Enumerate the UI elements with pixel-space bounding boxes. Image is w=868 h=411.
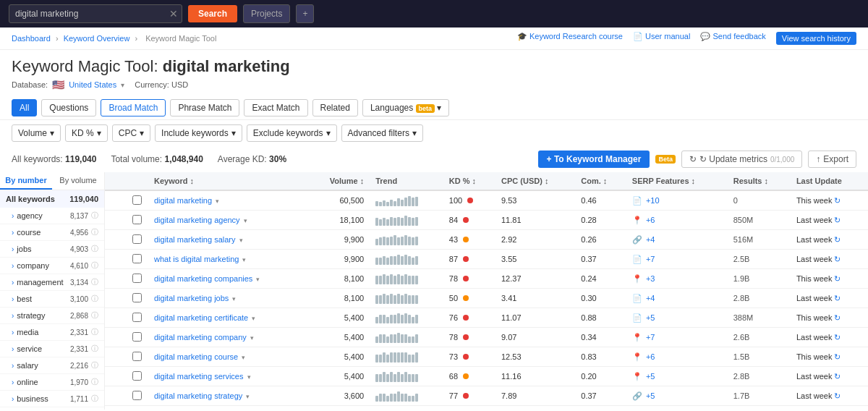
sidebar-item[interactable]: ›salary2,216ⓘ <box>0 357 104 374</box>
view-search-history-button[interactable]: View search history <box>776 32 856 45</box>
keyword-research-link[interactable]: 🎓 Keyword Research course <box>517 32 623 45</box>
col-volume[interactable]: Volume ↕ <box>307 172 370 190</box>
row-refresh-icon[interactable]: ↻ <box>834 255 841 263</box>
col-last-update: Last Update <box>791 172 868 190</box>
sidebar-item[interactable]: ›course4,956ⓘ <box>0 224 104 241</box>
row-refresh-icon[interactable]: ↻ <box>834 274 841 283</box>
keyword-dropdown-icon[interactable]: ▾ <box>256 276 260 283</box>
keyword-link[interactable]: digital marketing company <box>154 333 247 342</box>
country-selector[interactable]: United States <box>69 80 116 89</box>
keyword-link[interactable]: digital marketing strategy <box>154 391 242 400</box>
row-checkbox[interactable] <box>132 313 142 322</box>
keyword-link[interactable]: digital marketing agency <box>154 216 240 224</box>
tab-all[interactable]: All <box>12 99 37 116</box>
row-checkbox[interactable] <box>132 274 142 283</box>
clear-search-button[interactable]: ✕ <box>169 8 178 20</box>
projects-button[interactable]: Projects <box>243 4 290 23</box>
keyword-dropdown-icon[interactable]: ▾ <box>242 354 245 361</box>
sidebar-item[interactable]: ›management3,134ⓘ <box>0 274 104 291</box>
tab-by-number[interactable]: By number <box>0 172 52 190</box>
row-refresh-icon[interactable]: ↻ <box>834 294 841 302</box>
sidebar-item[interactable]: ›agency8,137ⓘ <box>0 208 104 224</box>
user-manual-link[interactable]: 📄 User manual <box>633 32 690 45</box>
keyword-link[interactable]: digital marketing course <box>154 352 238 361</box>
row-refresh-icon[interactable]: ↻ <box>834 372 841 381</box>
row-refresh-icon[interactable]: ↻ <box>834 313 841 322</box>
row-checkbox[interactable] <box>132 215 142 224</box>
send-feedback-link[interactable]: 💬 Send feedback <box>700 32 765 45</box>
keyword-dropdown-icon[interactable]: ▾ <box>216 198 219 205</box>
keyword-dropdown-icon[interactable]: ▾ <box>252 315 255 322</box>
row-last-update-cell: Last week ↻ <box>791 289 868 308</box>
row-checkbox[interactable] <box>132 234 142 244</box>
sidebar-item[interactable]: ›company4,610ⓘ <box>0 258 104 274</box>
keyword-dropdown-icon[interactable]: ▾ <box>250 334 254 342</box>
keyword-dropdown-icon[interactable]: ▾ <box>246 393 250 400</box>
to-keyword-manager-button[interactable]: + To Keyword Manager <box>538 151 650 168</box>
keyword-dropdown-icon[interactable]: ▾ <box>244 217 247 224</box>
keyword-dropdown-icon[interactable]: ▾ <box>232 295 236 302</box>
sidebar-item[interactable]: ›business1,711ⓘ <box>0 391 104 407</box>
advanced-filters[interactable]: Advanced filters ▾ <box>341 124 423 142</box>
sidebar-item[interactable]: ›strategy2,868ⓘ <box>0 308 104 324</box>
tab-by-volume[interactable]: By volume <box>52 172 104 190</box>
update-metrics-button[interactable]: ↻ ↻ Update metrics 0/1,000 <box>681 151 802 168</box>
tab-phrase-match[interactable]: Phrase Match <box>170 99 239 116</box>
col-com[interactable]: Com. ↕ <box>575 172 626 190</box>
row-checkbox[interactable] <box>132 254 142 263</box>
breadcrumb-dashboard[interactable]: Dashboard <box>12 34 51 43</box>
keyword-link[interactable]: digital marketing <box>154 196 212 205</box>
filter-tabs-row: All Questions Broad Match Phrase Match E… <box>0 93 868 120</box>
exclude-keywords-filter[interactable]: Exclude keywords ▾ <box>247 124 337 142</box>
row-results-cell: 1.5B <box>728 347 791 367</box>
keyword-link[interactable]: what is digital marketing <box>154 255 239 263</box>
row-checkbox[interactable] <box>132 293 142 302</box>
keyword-link[interactable]: digital marketing companies <box>154 274 252 283</box>
keyword-link[interactable]: digital marketing jobs <box>154 294 229 302</box>
sidebar-item[interactable]: ›service2,331ⓘ <box>0 341 104 357</box>
add-project-button[interactable]: + <box>296 4 314 23</box>
row-refresh-icon[interactable]: ↻ <box>834 235 841 244</box>
kd-filter[interactable]: KD % ▾ <box>65 124 108 142</box>
include-keywords-filter[interactable]: Include keywords ▾ <box>155 124 242 142</box>
tab-related[interactable]: Related <box>312 99 358 116</box>
row-refresh-icon[interactable]: ↻ <box>834 216 841 224</box>
row-refresh-icon[interactable]: ↻ <box>834 391 841 400</box>
row-refresh-icon[interactable]: ↻ <box>834 333 841 342</box>
col-kd[interactable]: KD % ↕ <box>443 172 495 190</box>
sidebar-item[interactable]: ›online1,970ⓘ <box>0 374 104 391</box>
row-checkbox[interactable] <box>132 391 142 400</box>
sidebar-item[interactable]: ›media2,331ⓘ <box>0 324 104 341</box>
tab-broad-match[interactable]: Broad Match <box>101 99 166 116</box>
row-checkbox[interactable] <box>132 352 142 361</box>
tab-languages[interactable]: Languages beta ▾ <box>362 99 450 116</box>
search-input[interactable] <box>9 4 182 23</box>
keyword-link[interactable]: digital marketing salary <box>154 235 236 244</box>
keyword-dropdown-icon[interactable]: ▾ <box>239 237 243 244</box>
row-refresh-icon[interactable]: ↻ <box>834 196 841 205</box>
info-icon: ⓘ <box>91 294 98 304</box>
cpc-filter[interactable]: CPC ▾ <box>112 124 150 142</box>
table-row: digital marketing strategy ▾ 3,600 77 7.… <box>105 386 868 406</box>
tab-questions[interactable]: Questions <box>41 99 96 116</box>
keyword-dropdown-icon[interactable]: ▾ <box>242 256 246 263</box>
keyword-link[interactable]: digital marketing services <box>154 372 244 381</box>
tab-exact-match[interactable]: Exact Match <box>244 99 307 116</box>
row-trend-cell <box>370 308 443 328</box>
col-keyword[interactable]: Keyword ↕ <box>148 172 307 190</box>
breadcrumb-keyword-overview[interactable]: Keyword Overview <box>64 34 130 43</box>
export-button[interactable]: ↑ Export <box>808 151 856 168</box>
col-results[interactable]: Results ↕ <box>728 172 791 190</box>
keyword-dropdown-icon[interactable]: ▾ <box>247 373 251 381</box>
sidebar-item[interactable]: ›best3,100ⓘ <box>0 291 104 308</box>
search-button[interactable]: Search <box>188 5 237 22</box>
row-checkbox[interactable] <box>132 371 142 381</box>
row-checkbox[interactable] <box>132 332 142 342</box>
sidebar-item[interactable]: ›jobs4,903ⓘ <box>0 241 104 258</box>
volume-filter[interactable]: Volume ▾ <box>12 124 61 142</box>
row-refresh-icon[interactable]: ↻ <box>834 352 841 361</box>
beta-badge: beta <box>416 104 435 113</box>
row-checkbox[interactable] <box>132 195 142 205</box>
keyword-link[interactable]: digital marketing certificate <box>154 313 248 322</box>
col-cpc[interactable]: CPC (USD) ↕ <box>495 172 575 190</box>
